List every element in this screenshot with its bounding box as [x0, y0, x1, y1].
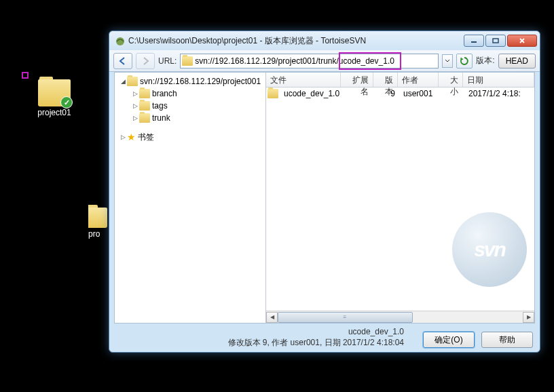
cell-rev: 9: [375, 89, 399, 98]
tree-item-trunk[interactable]: ▷ trunk: [116, 112, 264, 124]
folder-icon: [127, 77, 138, 86]
expand-icon[interactable]: ▷: [131, 102, 139, 109]
tree-root[interactable]: ◢ svn://192.168.112.129/project001: [116, 75, 264, 87]
folder-icon: [139, 113, 150, 123]
help-button[interactable]: 帮助: [481, 332, 533, 348]
col-file[interactable]: 文件: [266, 73, 341, 87]
expand-icon[interactable]: ▷: [131, 90, 139, 97]
tree-pane: ◢ svn://192.168.112.129/project001 ▷ bra…: [115, 73, 266, 323]
status-text: ucode_dev_1.0 修改版本 9, 作者 user001, 日期 201…: [116, 326, 416, 348]
window-title: C:\Users\wilsoon\Desktop\project01 - 版本库…: [126, 35, 464, 47]
version-label: 版本:: [476, 55, 494, 66]
tortoisesvn-icon: [115, 35, 126, 46]
url-input[interactable]: svn://192.168.112.129/project001/trunk/u…: [180, 54, 439, 68]
statusbar: ucode_dev_1.0 修改版本 9, 作者 user001, 日期 201…: [109, 324, 540, 352]
desktop-icon-label: project01: [25, 108, 84, 117]
cell-name: ucode_dev_1.0: [280, 89, 342, 98]
col-author[interactable]: 作者: [398, 73, 439, 87]
desktop-folder-partial[interactable]: pro: [88, 203, 109, 239]
file-pane: 文件 扩展名 版本 作者 大小 日期 ucode_dev_1.0 9 user0…: [266, 73, 534, 323]
revision-button[interactable]: HEAD: [498, 54, 536, 68]
chevron-down-icon: [445, 59, 450, 63]
column-headers: 文件 扩展名 版本 作者 大小 日期: [266, 73, 534, 87]
url-highlight-box: [339, 52, 401, 70]
titlebar[interactable]: C:\Users\wilsoon\Desktop\project01 - 版本库…: [109, 31, 540, 50]
file-row[interactable]: ucode_dev_1.0 9 user001 2017/1/2 4:18:: [266, 87, 534, 100]
toolbar: URL: svn://192.168.112.129/project001/tr…: [109, 50, 540, 72]
arrow-left-icon: [118, 57, 128, 65]
nav-forward-button[interactable]: [136, 53, 155, 69]
expand-icon[interactable]: ▷: [119, 134, 127, 140]
arrow-right-icon: [141, 57, 150, 65]
tree-item-tags[interactable]: ▷ tags: [116, 100, 264, 112]
expand-icon[interactable]: ▷: [131, 115, 139, 121]
folder-icon: [139, 101, 150, 111]
tree-item-label: tags: [152, 101, 168, 111]
refresh-icon: [460, 56, 469, 66]
col-ext[interactable]: 扩展名: [341, 73, 373, 87]
scroll-right-button[interactable]: ▶: [523, 312, 534, 323]
minimize-button[interactable]: [464, 35, 484, 47]
folder-icon: [267, 89, 278, 98]
tree-item-label: branch: [152, 89, 177, 98]
folder-icon: [139, 89, 150, 98]
ok-button[interactable]: 确定(O): [423, 332, 475, 348]
cell-date: 2017/1/2 4:18:: [464, 89, 534, 98]
col-rev[interactable]: 版本: [373, 73, 398, 87]
repo-browser-window: C:\Users\wilsoon\Desktop\project01 - 版本库…: [109, 31, 540, 353]
horizontal-scrollbar[interactable]: ◀ ≡ ▶: [266, 311, 534, 323]
col-size[interactable]: 大小: [439, 73, 463, 87]
scroll-thumb[interactable]: ≡: [278, 312, 413, 323]
close-button[interactable]: [507, 35, 537, 47]
desktop-folder-project01[interactable]: ✓ project01: [25, 75, 84, 117]
col-date[interactable]: 日期: [463, 73, 534, 87]
url-dropdown-button[interactable]: [442, 54, 453, 68]
svg-rect-2: [493, 39, 498, 43]
desktop-icon-highlight: ✓ project01: [22, 72, 29, 79]
collapse-icon[interactable]: ◢: [119, 78, 127, 85]
tree-root-label: svn://192.168.112.129/project001: [140, 77, 261, 86]
url-label: URL:: [158, 56, 177, 66]
tree-item-label: trunk: [152, 113, 170, 123]
desktop-icon-label: pro: [88, 229, 109, 239]
maximize-button[interactable]: [485, 35, 506, 47]
cell-author: user001: [399, 89, 440, 98]
scroll-track[interactable]: ≡: [278, 312, 523, 323]
tree-bookmarks[interactable]: ▷ ★ 书签: [116, 131, 264, 143]
tree-item-branch[interactable]: ▷ branch: [116, 87, 264, 100]
folder-icon: [182, 56, 193, 66]
nav-back-button[interactable]: [113, 53, 132, 69]
svn-watermark-icon: svn: [449, 209, 530, 290]
scroll-left-button[interactable]: ◀: [266, 312, 278, 323]
tree-bookmarks-label: 书签: [138, 132, 154, 143]
refresh-button[interactable]: [456, 54, 473, 68]
star-icon: ★: [127, 132, 136, 142]
svn-ok-badge-icon: ✓: [60, 96, 73, 109]
